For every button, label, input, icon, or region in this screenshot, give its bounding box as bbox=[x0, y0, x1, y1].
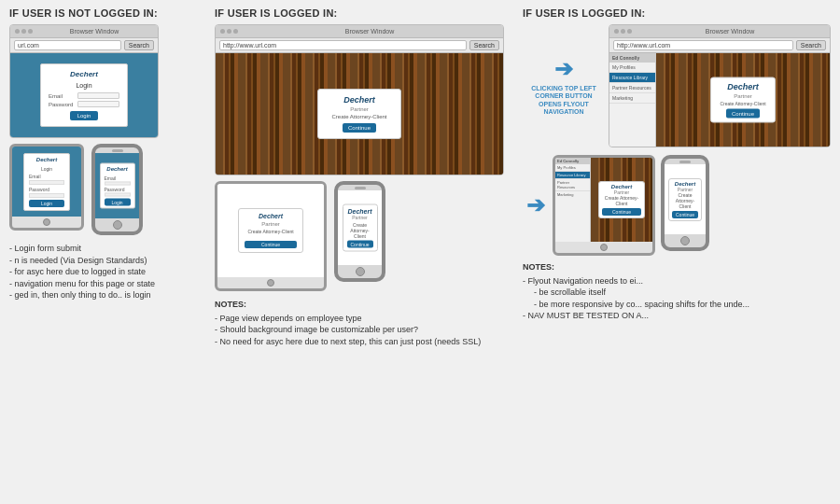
center-dialog-subtitle: Partner bbox=[326, 106, 393, 112]
left-section-header: IF USER IS NOT LOGGED IN: bbox=[9, 7, 196, 19]
right-note-2: - be scrollable itself bbox=[523, 287, 831, 299]
left-note-1: - Login form submit bbox=[9, 243, 196, 255]
center-tablet: Dechert Partner Create Attorney-Client C… bbox=[215, 181, 327, 291]
center-section-header: IF USER IS LOGGED IN: bbox=[215, 7, 504, 19]
center-column: IF USER IS LOGGED IN: Browser Window htt… bbox=[205, 0, 513, 504]
right-browser-title: Browser Window bbox=[635, 28, 825, 35]
right-dot-1 bbox=[614, 29, 619, 34]
right-dot-2 bbox=[621, 29, 625, 34]
right-dot-3 bbox=[627, 29, 632, 34]
center-note-2: - Should background image be customizabl… bbox=[215, 324, 504, 336]
left-phone-logo: Dechert bbox=[105, 166, 131, 172]
browser-dot-1 bbox=[15, 29, 20, 34]
browser-content-login: Dechert Login Email Password Login bbox=[10, 53, 158, 137]
right-device-row: Ed Connolly My Profiles Resource Library… bbox=[553, 155, 709, 256]
right-notes: NOTES: - Flyout Navigation needs to ei..… bbox=[523, 261, 831, 322]
right-phone-dialog: Dechert Partner Create Attorney-Client C… bbox=[668, 178, 702, 221]
email-input-mock[interactable] bbox=[77, 92, 119, 99]
right-browser-addressbar: http://www.url.com Search bbox=[609, 38, 830, 53]
center-dialog-logo: Dechert bbox=[326, 95, 393, 105]
center-dialog-text: Create Attorney-Client bbox=[326, 114, 393, 119]
right-tablet-dialog: Dechert Partner Create Attorney-Client C… bbox=[598, 181, 645, 218]
right-tablet-books: Dechert Partner Create Attorney-Client C… bbox=[591, 158, 652, 242]
center-tablet-home[interactable] bbox=[267, 279, 274, 287]
center-browser-addressbar: http://www.url.com Search bbox=[216, 38, 503, 53]
right-browser-books: Dechert Partner Create Attorney-Client C… bbox=[656, 53, 830, 147]
center-tablet-logo: Dechert bbox=[245, 213, 297, 219]
left-note-3: - for asyc here due to logged in state bbox=[9, 266, 196, 278]
center-notes-title: NOTES: bbox=[215, 299, 504, 311]
arrow-container-2: ➔ bbox=[526, 188, 545, 223]
right-browser-url[interactable]: http://www.url.com bbox=[613, 40, 793, 50]
right-phone: Dechert Partner Create Attorney-Client C… bbox=[661, 155, 709, 251]
browser-dots bbox=[15, 29, 33, 34]
right-tablet-nav-1[interactable]: My Profiles bbox=[555, 164, 590, 172]
right-tablet-content: Ed Connolly My Profiles Resource Library… bbox=[555, 158, 652, 242]
center-tablet-screen: Dechert Partner Create Attorney-Client C… bbox=[217, 184, 324, 277]
center-dialog-box: Dechert Partner Create Attorney-Client C… bbox=[317, 89, 401, 139]
center-browser-title: Browser Window bbox=[241, 28, 498, 35]
right-nav-header: Ed Connolly bbox=[609, 53, 655, 63]
left-phone-login: Dechert Email Password Login bbox=[100, 163, 135, 209]
center-desktop-browser: Browser Window http://www.url.com Search… bbox=[215, 24, 504, 175]
center-phone-screen: Dechert Partner Create Attorney-Client C… bbox=[338, 190, 382, 265]
login-logo: Dechert bbox=[49, 70, 119, 78]
right-browser-titlebar: Browser Window bbox=[609, 25, 830, 38]
center-search-btn[interactable]: Search bbox=[469, 40, 499, 50]
right-phone-home[interactable] bbox=[680, 236, 690, 245]
right-desktop-browser: Browser Window http://www.url.com Search… bbox=[609, 24, 831, 147]
left-phone-home[interactable] bbox=[113, 220, 122, 230]
right-browser-dots bbox=[614, 29, 632, 34]
browser-titlebar: Browser Window bbox=[10, 25, 158, 38]
center-note-1: - Page view depends on employee type bbox=[215, 313, 504, 325]
right-search-btn[interactable]: Search bbox=[796, 40, 826, 50]
center-phone: Dechert Partner Create Attorney-Client C… bbox=[334, 181, 385, 282]
right-nav-item-3[interactable]: Partner Resources bbox=[609, 83, 655, 93]
right-tablet-home[interactable] bbox=[600, 244, 608, 251]
browser-title: Browser Window bbox=[35, 28, 153, 35]
right-column: IF USER IS LOGGED IN: ➔ CLICKING TOP LEF… bbox=[513, 0, 840, 504]
right-nav-item-4[interactable]: Marketing bbox=[609, 93, 655, 104]
right-dialog-btn[interactable]: Continue bbox=[726, 109, 760, 119]
right-dialog-box: Dechert Partner Create Attorney-Client C… bbox=[710, 77, 776, 123]
left-phone: Dechert Email Password Login bbox=[91, 144, 143, 235]
left-tablet-logo: Dechert bbox=[29, 157, 64, 162]
email-field-row: Email bbox=[49, 92, 119, 99]
right-tablet-nav: Ed Connolly My Profiles Resource Library… bbox=[555, 158, 591, 242]
right-phone-screen: Dechert Partner Create Attorney-Client C… bbox=[665, 164, 706, 234]
login-submit-button[interactable]: Login bbox=[70, 111, 99, 120]
browser-dot-3 bbox=[28, 29, 33, 34]
arrow-label: CLICKING TOP LEFT CORNER BUTTON OPENS FL… bbox=[526, 85, 601, 117]
right-section-header: IF USER IS LOGGED IN: bbox=[523, 7, 831, 19]
arrow-container: ➔ CLICKING TOP LEFT CORNER BUTTON OPENS … bbox=[526, 51, 601, 121]
left-note-5: - ged in, then only thing to do.. is log… bbox=[9, 289, 196, 301]
center-notes: NOTES: - Page view depends on employee t… bbox=[215, 299, 504, 347]
right-tablet-nav-3[interactable]: Partner Resources bbox=[555, 179, 590, 191]
arrow-right-icon: ➔ bbox=[554, 56, 573, 82]
password-input-mock[interactable] bbox=[77, 101, 119, 107]
center-browser-url[interactable]: http://www.url.com bbox=[219, 40, 467, 50]
right-note-4: - NAV MUST BE TESTED ON A... bbox=[523, 310, 831, 322]
right-nav-sidebar: Ed Connolly My Profiles Resource Library… bbox=[609, 53, 656, 147]
center-phone-home[interactable] bbox=[356, 267, 365, 276]
login-form-box: Dechert Login Email Password Login bbox=[40, 63, 128, 127]
right-tablet-nav-4[interactable]: Marketing bbox=[555, 191, 590, 198]
left-tablet: Dechert Login Email Password Login bbox=[9, 144, 84, 231]
right-tablet-nav-2[interactable]: Resource Library bbox=[555, 172, 590, 179]
left-notes: - Login form submit - n is needed (Via D… bbox=[9, 243, 196, 301]
center-dialog-btn[interactable]: Continue bbox=[343, 123, 376, 133]
right-nav-item-1[interactable]: My Profiles bbox=[609, 63, 655, 73]
left-tablet-login: Dechert Login Email Password Login bbox=[23, 153, 70, 211]
browser-search-btn[interactable]: Search bbox=[124, 40, 154, 50]
browser-addressbar: url.com Search bbox=[10, 38, 158, 53]
right-nav-item-2[interactable]: Resource Library bbox=[609, 73, 655, 83]
email-label: Email bbox=[49, 93, 75, 99]
arrow-right-icon-2: ➔ bbox=[526, 192, 545, 218]
right-tablet-nav-header: Ed Connolly bbox=[555, 158, 590, 164]
center-note-3: - No need for asyc here due to next step… bbox=[215, 336, 504, 348]
right-dialog-text: Create Attorney-Client bbox=[717, 101, 769, 106]
left-tablet-home[interactable] bbox=[43, 218, 50, 226]
browser-url[interactable]: url.com bbox=[14, 40, 121, 50]
center-phone-dialog: Dechert Partner Create Attorney-Client C… bbox=[342, 204, 377, 252]
right-note-3: - be more responsive by co... spacing sh… bbox=[523, 299, 831, 311]
